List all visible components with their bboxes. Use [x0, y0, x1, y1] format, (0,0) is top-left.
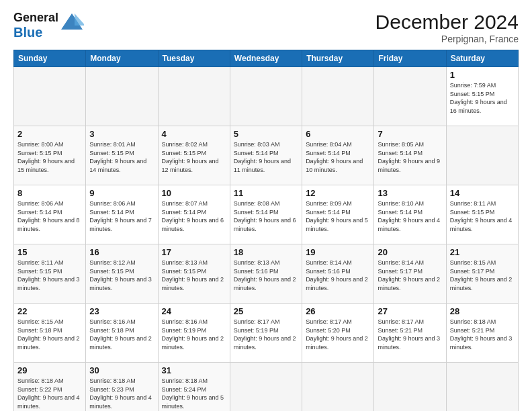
- month-title: December 2024: [375, 11, 519, 34]
- day-number: 20: [378, 247, 442, 257]
- day-number: 16: [89, 247, 154, 257]
- day-info: Sunrise: 8:01 AMSunset: 5:15 PMDaylight:…: [89, 141, 146, 173]
- day-cell-18: 18Sunrise: 8:13 AMSunset: 5:16 PMDayligh…: [230, 244, 302, 304]
- day-info: Sunrise: 8:15 AMSunset: 5:18 PMDaylight:…: [17, 318, 80, 351]
- calendar-week-3: 15Sunrise: 8:11 AMSunset: 5:15 PMDayligh…: [14, 244, 519, 304]
- day-cell-8: 8Sunrise: 8:06 AMSunset: 5:14 PMDaylight…: [14, 185, 86, 244]
- day-cell-11: 11Sunrise: 8:08 AMSunset: 5:14 PMDayligh…: [230, 185, 302, 244]
- day-cell-22: 22Sunrise: 8:15 AMSunset: 5:18 PMDayligh…: [14, 304, 86, 363]
- day-cell-25: 25Sunrise: 8:17 AMSunset: 5:19 PMDayligh…: [230, 304, 302, 363]
- subtitle: Perpignan, France: [375, 34, 519, 44]
- day-number: 19: [306, 247, 370, 257]
- logo-blue: Blue: [13, 25, 42, 40]
- calendar-header-row: SundayMondayTuesdayWednesdayThursdayFrid…: [14, 50, 519, 67]
- day-cell-23: 23Sunrise: 8:16 AMSunset: 5:18 PMDayligh…: [86, 304, 158, 363]
- col-header-monday: Monday: [86, 50, 158, 67]
- day-info: Sunrise: 8:17 AMSunset: 5:19 PMDaylight:…: [234, 318, 296, 351]
- calendar-week-2: 8Sunrise: 8:06 AMSunset: 5:14 PMDaylight…: [14, 185, 519, 244]
- day-info: Sunrise: 8:17 AMSunset: 5:21 PMDaylight:…: [378, 318, 440, 351]
- day-cell-21: 21Sunrise: 8:15 AMSunset: 5:17 PMDayligh…: [446, 244, 518, 304]
- day-info: Sunrise: 8:11 AMSunset: 5:15 PMDaylight:…: [450, 200, 513, 232]
- day-info: Sunrise: 8:06 AMSunset: 5:14 PMDaylight:…: [17, 200, 80, 232]
- day-number: 29: [17, 365, 82, 375]
- day-info: Sunrise: 8:04 AMSunset: 5:14 PMDaylight:…: [306, 141, 363, 173]
- day-cell-7: 7Sunrise: 8:05 AMSunset: 5:14 PMDaylight…: [374, 126, 446, 185]
- empty-cell: [230, 67, 302, 126]
- empty-cell: [14, 67, 86, 126]
- day-info: Sunrise: 8:15 AMSunset: 5:17 PMDaylight:…: [450, 259, 513, 291]
- day-cell-3: 3Sunrise: 8:01 AMSunset: 5:15 PMDaylight…: [86, 126, 158, 185]
- day-number: 22: [17, 306, 82, 316]
- day-cell-30: 30Sunrise: 8:18 AMSunset: 5:23 PMDayligh…: [86, 363, 158, 412]
- day-cell-24: 24Sunrise: 8:16 AMSunset: 5:19 PMDayligh…: [158, 304, 230, 363]
- empty-cell: [86, 67, 158, 126]
- col-header-saturday: Saturday: [446, 50, 518, 67]
- empty-cell: [374, 363, 446, 412]
- day-cell-6: 6Sunrise: 8:04 AMSunset: 5:14 PMDaylight…: [302, 126, 374, 185]
- day-cell-13: 13Sunrise: 8:10 AMSunset: 5:14 PMDayligh…: [374, 185, 446, 244]
- day-cell-12: 12Sunrise: 8:09 AMSunset: 5:14 PMDayligh…: [302, 185, 374, 244]
- empty-cell: [302, 67, 374, 126]
- day-number: 8: [17, 188, 82, 198]
- day-number: 7: [378, 129, 442, 139]
- col-header-tuesday: Tuesday: [158, 50, 230, 67]
- day-number: 9: [89, 188, 154, 198]
- day-cell-10: 10Sunrise: 8:07 AMSunset: 5:14 PMDayligh…: [158, 185, 230, 244]
- day-number: 18: [234, 247, 298, 257]
- day-info: Sunrise: 8:18 AMSunset: 5:21 PMDaylight:…: [450, 318, 513, 351]
- day-number: 10: [162, 188, 226, 198]
- day-cell-4: 4Sunrise: 8:02 AMSunset: 5:15 PMDaylight…: [158, 126, 230, 185]
- day-number: 28: [450, 306, 515, 316]
- calendar-week-4: 22Sunrise: 8:15 AMSunset: 5:18 PMDayligh…: [14, 304, 519, 363]
- day-number: 26: [306, 306, 370, 316]
- day-info: Sunrise: 8:18 AMSunset: 5:22 PMDaylight:…: [17, 377, 80, 410]
- day-number: 11: [234, 188, 298, 198]
- day-cell-19: 19Sunrise: 8:14 AMSunset: 5:16 PMDayligh…: [302, 244, 374, 304]
- day-number: 25: [234, 306, 298, 316]
- day-number: 1: [450, 70, 515, 80]
- day-cell-5: 5Sunrise: 8:03 AMSunset: 5:14 PMDaylight…: [230, 126, 302, 185]
- day-info: Sunrise: 8:18 AMSunset: 5:24 PMDaylight:…: [162, 377, 224, 410]
- day-info: Sunrise: 8:13 AMSunset: 5:16 PMDaylight:…: [234, 259, 296, 291]
- calendar-week-1: 2Sunrise: 8:00 AMSunset: 5:15 PMDaylight…: [14, 126, 519, 185]
- empty-cell: [446, 363, 518, 412]
- col-header-sunday: Sunday: [14, 50, 86, 67]
- day-info: Sunrise: 8:06 AMSunset: 5:14 PMDaylight:…: [89, 200, 152, 232]
- day-info: Sunrise: 8:09 AMSunset: 5:14 PMDaylight:…: [306, 200, 368, 232]
- col-header-thursday: Thursday: [302, 50, 374, 67]
- day-info: Sunrise: 8:13 AMSunset: 5:15 PMDaylight:…: [162, 259, 224, 291]
- day-cell-17: 17Sunrise: 8:13 AMSunset: 5:15 PMDayligh…: [158, 244, 230, 304]
- day-number: 17: [162, 247, 226, 257]
- svg-marker-1: [75, 13, 84, 26]
- day-number: 23: [89, 306, 154, 316]
- day-cell-1: 1Sunrise: 7:59 AMSunset: 5:15 PMDaylight…: [446, 67, 518, 126]
- day-info: Sunrise: 8:18 AMSunset: 5:23 PMDaylight:…: [89, 377, 152, 410]
- day-cell-29: 29Sunrise: 8:18 AMSunset: 5:22 PMDayligh…: [14, 363, 86, 412]
- header: General Blue December 2024 Perpignan, Fr…: [13, 11, 519, 44]
- day-info: Sunrise: 8:12 AMSunset: 5:15 PMDaylight:…: [89, 259, 152, 291]
- day-info: Sunrise: 8:10 AMSunset: 5:14 PMDaylight:…: [378, 200, 440, 232]
- day-info: Sunrise: 8:03 AMSunset: 5:14 PMDaylight:…: [234, 141, 291, 173]
- logo-text: General Blue: [13, 11, 58, 40]
- day-cell-2: 2Sunrise: 8:00 AMSunset: 5:15 PMDaylight…: [14, 126, 86, 185]
- day-number: 6: [306, 129, 370, 139]
- day-number: 12: [306, 188, 370, 198]
- logo-icon: [60, 11, 84, 35]
- day-info: Sunrise: 8:14 AMSunset: 5:16 PMDaylight:…: [306, 259, 368, 291]
- day-info: Sunrise: 8:17 AMSunset: 5:20 PMDaylight:…: [306, 318, 368, 351]
- day-number: 15: [17, 247, 82, 257]
- day-cell-14: 14Sunrise: 8:11 AMSunset: 5:15 PMDayligh…: [446, 185, 518, 244]
- day-info: Sunrise: 8:14 AMSunset: 5:17 PMDaylight:…: [378, 259, 440, 291]
- day-number: 2: [17, 129, 82, 139]
- empty-cell: [374, 67, 446, 126]
- title-block: December 2024 Perpignan, France: [375, 11, 519, 44]
- day-info: Sunrise: 8:00 AMSunset: 5:15 PMDaylight:…: [17, 141, 75, 173]
- day-number: 30: [89, 365, 154, 375]
- day-cell-15: 15Sunrise: 8:11 AMSunset: 5:15 PMDayligh…: [14, 244, 86, 304]
- empty-cell: [230, 363, 302, 412]
- day-cell-31: 31Sunrise: 8:18 AMSunset: 5:24 PMDayligh…: [158, 363, 230, 412]
- logo: General Blue: [13, 11, 84, 40]
- day-number: 24: [162, 306, 226, 316]
- day-number: 13: [378, 188, 442, 198]
- day-info: Sunrise: 7:59 AMSunset: 5:15 PMDaylight:…: [450, 82, 507, 114]
